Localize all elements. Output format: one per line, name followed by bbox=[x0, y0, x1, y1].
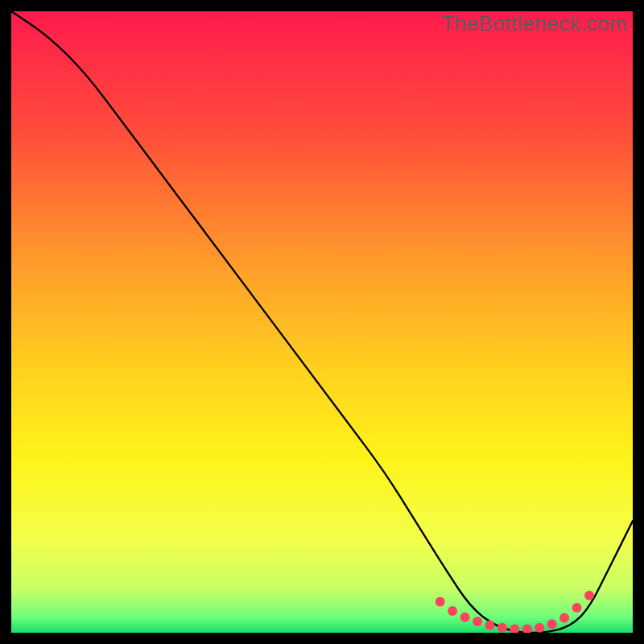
chart-frame bbox=[11, 11, 633, 633]
gradient-background bbox=[11, 11, 633, 633]
watermark-text: TheBottleneck.com bbox=[442, 11, 628, 36]
svg-rect-0 bbox=[11, 11, 633, 633]
